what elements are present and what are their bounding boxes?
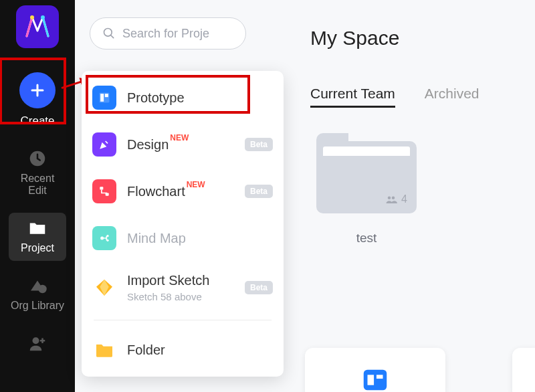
menu-item-design[interactable]: DesignNEW Beta	[91, 130, 274, 159]
svg-rect-9	[100, 187, 103, 189]
team-card[interactable]: 4 test	[310, 137, 423, 246]
menu-item-label: Design	[127, 137, 169, 153]
svg-point-15	[392, 197, 395, 200]
user-plus-icon	[27, 333, 47, 353]
project-card-partial-2[interactable]	[512, 348, 535, 392]
beta-badge: Beta	[245, 138, 273, 151]
clock-icon	[27, 149, 47, 169]
rail-create[interactable]: Create	[9, 67, 66, 134]
beta-badge: Beta	[245, 281, 273, 294]
svg-rect-7	[100, 94, 104, 102]
app-rail: Create Recent Edit Project Org Library	[0, 0, 75, 392]
project-card-partial[interactable]	[305, 348, 445, 392]
menu-item-flowchart[interactable]: FlowchartNEW Beta	[91, 177, 274, 206]
menu-item-mindmap[interactable]: Mind Map	[91, 223, 274, 253]
design-icon	[92, 132, 116, 157]
sketch-icon	[92, 276, 116, 300]
svg-rect-18	[377, 375, 383, 379]
rail-recent-edit[interactable]: Recent Edit	[9, 143, 66, 203]
rail-org-library[interactable]: Org Library	[9, 270, 66, 318]
rail-item-label: Recent Edit	[21, 173, 55, 197]
menu-item-subtext: Sketch 58 above	[127, 291, 209, 302]
menu-item-prototype[interactable]: Prototype	[91, 83, 274, 112]
menu-item-label: Folder	[127, 342, 165, 358]
svg-point-3	[38, 285, 47, 294]
svg-rect-16	[364, 370, 387, 391]
prototype-icon	[92, 86, 116, 110]
svg-point-12	[106, 235, 108, 237]
rail-project[interactable]: Project	[9, 213, 66, 261]
menu-item-import-sketch[interactable]: Import Sketch Sketch 58 above Beta	[91, 270, 274, 305]
create-label: Create	[20, 115, 54, 127]
svg-point-0	[30, 15, 34, 19]
tab-current-team[interactable]: Current Team	[310, 86, 395, 108]
search-icon	[102, 27, 116, 40]
svg-point-14	[388, 197, 391, 200]
menu-item-label: Import Sketch	[127, 273, 209, 288]
member-count-value: 4	[401, 193, 407, 205]
people-icon	[385, 193, 397, 205]
main-area: Search for Proje Prototype DesignNEW Bet…	[75, 0, 535, 392]
flowchart-icon	[92, 179, 116, 203]
team-name: test	[356, 231, 377, 246]
mindmap-icon	[92, 226, 116, 250]
team-member-count: 4	[385, 193, 407, 205]
svg-rect-17	[368, 375, 374, 385]
svg-rect-8	[105, 94, 108, 97]
tab-archived[interactable]: Archived	[425, 86, 479, 108]
beta-badge: Beta	[245, 185, 273, 198]
space-content: My Space Current Team Archived 4 test	[305, 16, 535, 392]
menu-divider	[94, 320, 272, 320]
page-title: My Space	[310, 27, 530, 50]
svg-point-4	[33, 337, 39, 344]
search-placeholder: Search for Proje	[122, 27, 209, 41]
create-menu: Prototype DesignNEW Beta FlowchartNEW Be…	[82, 71, 284, 377]
rail-item-label: Project	[21, 242, 54, 254]
folder-icon	[27, 218, 47, 238]
menu-item-label: Prototype	[127, 90, 185, 106]
svg-point-11	[100, 237, 104, 240]
svg-point-13	[106, 239, 108, 241]
project-card-icon	[360, 365, 391, 392]
search-input[interactable]: Search for Proje	[90, 17, 246, 50]
menu-item-label: Flowchart	[127, 184, 185, 199]
new-badge: NEW	[170, 133, 189, 142]
svg-point-1	[41, 15, 45, 19]
create-plus-icon	[19, 72, 56, 108]
team-folder-icon: 4	[316, 141, 417, 213]
new-badge: NEW	[187, 180, 205, 189]
library-icon	[27, 276, 47, 296]
menu-item-folder[interactable]: Folder	[91, 335, 274, 365]
rail-members[interactable]	[9, 328, 66, 364]
rail-item-label: Org Library	[11, 300, 64, 312]
space-tabs: Current Team Archived	[310, 86, 530, 108]
logo-icon	[24, 13, 51, 40]
team-grid: 4 test	[310, 137, 530, 246]
app-logo[interactable]	[16, 5, 59, 48]
folder-icon	[92, 338, 116, 362]
menu-item-label: Mind Map	[127, 231, 186, 246]
